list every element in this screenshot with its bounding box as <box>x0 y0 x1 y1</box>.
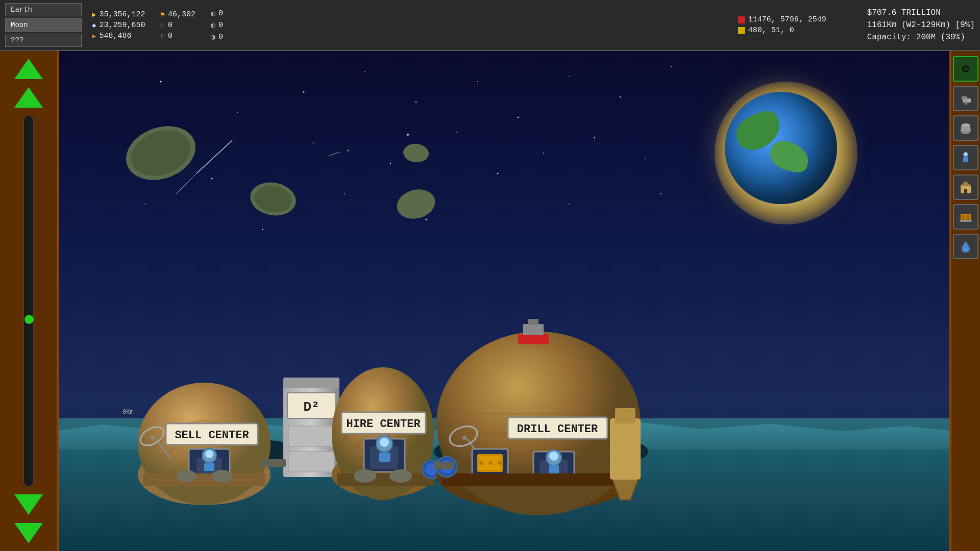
svg-marker-147 <box>960 181 972 186</box>
scroll-down-button-2[interactable] <box>11 520 46 546</box>
planet-unknown[interactable]: ??? <box>5 34 82 47</box>
resource-gold: 35,356,122 <box>99 10 145 19</box>
workers-3: 0 <box>168 32 173 40</box>
svg-point-123 <box>479 461 483 465</box>
svg-rect-92 <box>288 452 334 472</box>
scroll-down-button-1[interactable] <box>11 492 46 517</box>
planet-list: Earth Moon ??? <box>5 3 82 47</box>
cargo-icon <box>959 210 973 224</box>
svg-rect-136 <box>260 459 286 467</box>
status-1: 0 <box>218 9 223 18</box>
svg-point-98 <box>380 438 389 447</box>
hammer-button[interactable] <box>953 86 978 111</box>
svg-point-102 <box>354 469 376 483</box>
svg-rect-137 <box>434 462 454 469</box>
svg-rect-115 <box>528 319 538 325</box>
svg-point-81 <box>205 450 213 458</box>
svg-rect-91 <box>288 426 334 446</box>
right-panel: ⚙ <box>949 51 980 551</box>
svg-point-153 <box>964 248 968 251</box>
scroll-track[interactable] <box>23 115 34 487</box>
fluid-button[interactable] <box>953 234 978 259</box>
person-icon <box>959 151 973 165</box>
arrow-down-icon-2 <box>14 523 43 543</box>
worker-icon-3: ⚐ <box>160 32 164 40</box>
settings-button[interactable]: ⚙ <box>953 56 978 82</box>
svg-point-129 <box>549 452 558 461</box>
status-3: 0 <box>218 33 223 41</box>
coords-block: 11476, 5796, 2549 480, 51, 0 <box>738 15 826 35</box>
svg-rect-114 <box>523 324 544 335</box>
svg-rect-134 <box>610 418 641 480</box>
hire-center-label[interactable]: HIRE CENTER <box>346 418 421 431</box>
resource-crystal: 23,259,650 <box>99 21 145 30</box>
arrow-up-icon-1 <box>14 59 43 79</box>
money-amount: $707.6 TRILLION <box>867 8 975 17</box>
planet-moon[interactable]: Moon <box>5 18 82 32</box>
svg-rect-140 <box>965 101 967 105</box>
svg-point-86 <box>212 470 232 482</box>
earth-planet <box>725 92 837 204</box>
svg-text:D²: D² <box>303 399 319 415</box>
status-icon-1: ◐ <box>211 9 215 18</box>
svg-rect-101 <box>337 473 434 486</box>
svg-rect-130 <box>549 465 559 473</box>
svg-rect-148 <box>964 189 967 193</box>
money-block: $707.6 TRILLION 1161Km (W2-129Km) [9%] C… <box>867 8 975 42</box>
gear-icon: ⚙ <box>961 63 970 75</box>
svg-point-142 <box>962 123 970 127</box>
svg-point-145 <box>964 153 967 156</box>
workers-1: 46,302 <box>168 10 195 19</box>
distance-info: 1161Km (W2-129Km) [9%] <box>867 20 975 30</box>
cargo-button[interactable] <box>953 204 978 230</box>
arrow-down-icon-1 <box>14 494 43 515</box>
stats-mid: ⚑ 46,302 ⚐ 0 ⚐ 0 <box>160 10 195 40</box>
status-icon-3: ◑ <box>211 32 215 42</box>
svg-rect-88 <box>283 378 339 388</box>
svg-rect-99 <box>379 453 390 462</box>
svg-point-85 <box>176 470 197 482</box>
sell-center-label[interactable]: SELL CENTER <box>175 429 249 442</box>
bronze-icon: ▶ <box>92 32 96 40</box>
status-2: 0 <box>218 21 223 30</box>
workers-2: 0 <box>168 21 173 30</box>
svg-point-77 <box>151 436 155 440</box>
red-marker-icon <box>738 16 745 23</box>
arrow-up-icon-2 <box>14 87 43 108</box>
worker-icon-1: ⚑ <box>160 10 164 19</box>
svg-rect-84 <box>143 473 265 486</box>
coord-pos2: 480, 51, 0 <box>748 26 794 35</box>
capacity-info: Capacity: 200M (39%) <box>867 33 975 42</box>
svg-rect-82 <box>204 463 214 471</box>
building-button[interactable] <box>953 174 978 200</box>
planet-earth[interactable]: Earth <box>5 3 82 16</box>
scroll-up-button-2[interactable] <box>11 85 46 110</box>
left-panel <box>0 51 59 551</box>
svg-rect-144 <box>963 157 968 162</box>
svg-rect-113 <box>518 334 549 344</box>
gold-icon: ▶ <box>92 10 96 19</box>
bucket-icon <box>959 121 973 135</box>
svg-point-103 <box>389 469 412 483</box>
svg-rect-135 <box>615 408 635 423</box>
svg-point-118 <box>462 436 467 440</box>
crystal-icon: ◆ <box>92 21 96 30</box>
buildings-svg: SELL CENTER <box>59 281 949 485</box>
buildings-layer: SELL CENTER <box>59 281 949 485</box>
main-area: ✦ + <box>0 51 980 551</box>
bucket-button[interactable] <box>953 115 978 141</box>
character-button[interactable] <box>953 145 978 170</box>
svg-point-125 <box>498 461 502 465</box>
svg-rect-131 <box>442 473 635 486</box>
status-icon-2: ◐ <box>211 20 215 30</box>
droplet-icon <box>959 239 973 254</box>
coord-pos1: 11476, 5796, 2549 <box>748 15 826 24</box>
svg-rect-139 <box>962 96 967 99</box>
stats-mid2: ◐ 0 ◐ 0 ◑ 0 <box>211 9 223 42</box>
svg-rect-152 <box>960 220 972 222</box>
svg-rect-150 <box>962 215 965 220</box>
scroll-up-button-1[interactable] <box>11 56 46 82</box>
game-area: ✦ + <box>59 51 949 551</box>
drill-center-label[interactable]: DRILL CENTER <box>517 423 598 436</box>
svg-rect-151 <box>966 215 970 220</box>
